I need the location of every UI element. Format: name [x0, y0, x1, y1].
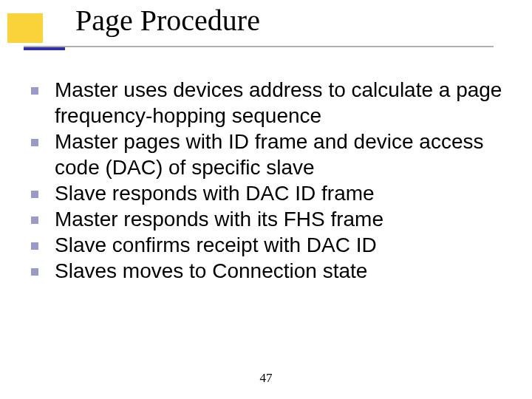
list-item: Slave confirms receipt with DAC ID: [25, 232, 505, 258]
slide-title: Page Procedure: [75, 3, 260, 38]
corner-accent-box: [7, 13, 43, 43]
bullet-text: Slave confirms receipt with DAC ID: [55, 232, 377, 258]
title-underline-accent: [24, 47, 65, 50]
list-item: Slaves moves to Connection state: [25, 258, 505, 284]
body-content: Master uses devices address to calculate…: [25, 77, 505, 284]
list-item: Master pages with ID frame and device ac…: [25, 129, 505, 180]
square-bullet-icon: [31, 139, 38, 146]
square-bullet-icon: [31, 268, 38, 276]
slide: Page Procedure Master uses devices addre…: [0, 0, 532, 399]
list-item: Slave responds with DAC ID frame: [25, 180, 505, 206]
list-item: Master uses devices address to calculate…: [25, 77, 505, 129]
bullet-text: Slaves moves to Connection state: [55, 258, 367, 284]
page-number: 47: [0, 371, 532, 386]
square-bullet-icon: [31, 216, 38, 224]
bullet-text: Master responds with its FHS frame: [55, 206, 383, 232]
title-underline: [24, 46, 494, 47]
bullet-text: Master uses devices address to calculate…: [55, 77, 505, 129]
bullet-text: Slave responds with DAC ID frame: [55, 180, 375, 206]
square-bullet-icon: [31, 191, 38, 198]
bullet-text: Master pages with ID frame and device ac…: [55, 129, 505, 180]
list-item: Master responds with its FHS frame: [25, 206, 505, 232]
square-bullet-icon: [31, 87, 38, 95]
square-bullet-icon: [31, 242, 38, 250]
